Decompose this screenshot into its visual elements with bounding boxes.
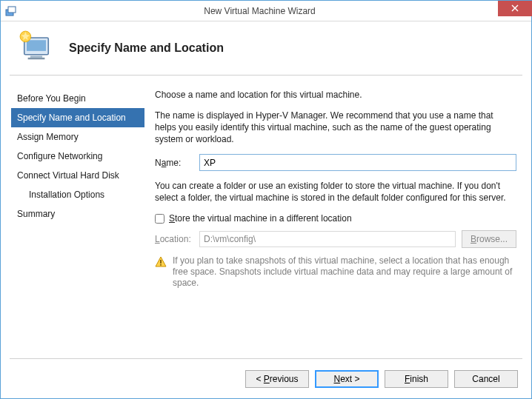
vm-icon <box>17 28 56 69</box>
browse-button: Browse... <box>462 230 516 248</box>
finish-button[interactable]: Finish <box>385 370 448 388</box>
svg-rect-1 <box>8 7 16 13</box>
wizard-header: Specify Name and Location <box>1 21 531 75</box>
step-installation-options[interactable]: Installation Options <box>11 185 144 204</box>
step-connect-vhd[interactable]: Connect Virtual Hard Disk <box>11 166 144 185</box>
svg-rect-9 <box>160 260 162 264</box>
warning-text: If you plan to take snapshots of this vi… <box>173 255 516 289</box>
app-icon <box>5 5 17 17</box>
name-input[interactable] <box>199 154 516 171</box>
close-button[interactable] <box>498 1 532 16</box>
cancel-button[interactable]: Cancel <box>454 370 518 388</box>
svg-rect-6 <box>30 56 42 57</box>
warning-row: If you plan to take snapshots of this vi… <box>155 255 516 289</box>
wizard-window: New Virtual Machine Wizard Specify Name … <box>0 0 532 399</box>
previous-button[interactable]: < Previous <box>245 370 309 388</box>
next-button[interactable]: Next > <box>315 370 379 388</box>
wizard-body: Before You Begin Specify Name and Locati… <box>1 76 531 358</box>
svg-rect-5 <box>27 40 46 51</box>
step-assign-memory[interactable]: Assign Memory <box>11 127 144 147</box>
svg-rect-7 <box>28 57 45 58</box>
folder-help-text: You can create a folder or use an existi… <box>155 180 516 204</box>
svg-rect-10 <box>160 264 162 266</box>
wizard-steps: Before You Begin Specify Name and Locati… <box>11 81 144 358</box>
page-title: Specify Name and Location <box>69 41 224 55</box>
wizard-content: Choose a name and location for this virt… <box>155 81 521 358</box>
location-label: Location: <box>155 233 193 245</box>
titlebar-title: New Virtual Machine Wizard <box>21 6 498 16</box>
store-location-checkbox[interactable] <box>155 214 164 224</box>
step-before-you-begin[interactable]: Before You Begin <box>11 89 144 108</box>
location-row: Location: D:\vm\config\ Browse... <box>155 230 516 248</box>
location-field: D:\vm\config\ <box>199 231 456 247</box>
name-help-text: The name is displayed in Hyper-V Manager… <box>155 110 516 145</box>
intro-text: Choose a name and location for this virt… <box>155 89 516 101</box>
store-location-label[interactable]: Store the virtual machine in a different… <box>169 212 352 224</box>
warning-icon <box>155 255 167 289</box>
titlebar: New Virtual Machine Wizard <box>1 1 531 21</box>
step-specify-name-location[interactable]: Specify Name and Location <box>11 108 144 127</box>
step-summary[interactable]: Summary <box>11 204 144 224</box>
step-configure-networking[interactable]: Configure Networking <box>11 147 144 166</box>
name-row: Name: <box>155 154 516 171</box>
name-label: Name: <box>155 157 193 169</box>
wizard-footer: < Previous Next > Finish Cancel <box>10 358 522 398</box>
store-checkbox-row: Store the virtual machine in a different… <box>155 212 516 224</box>
